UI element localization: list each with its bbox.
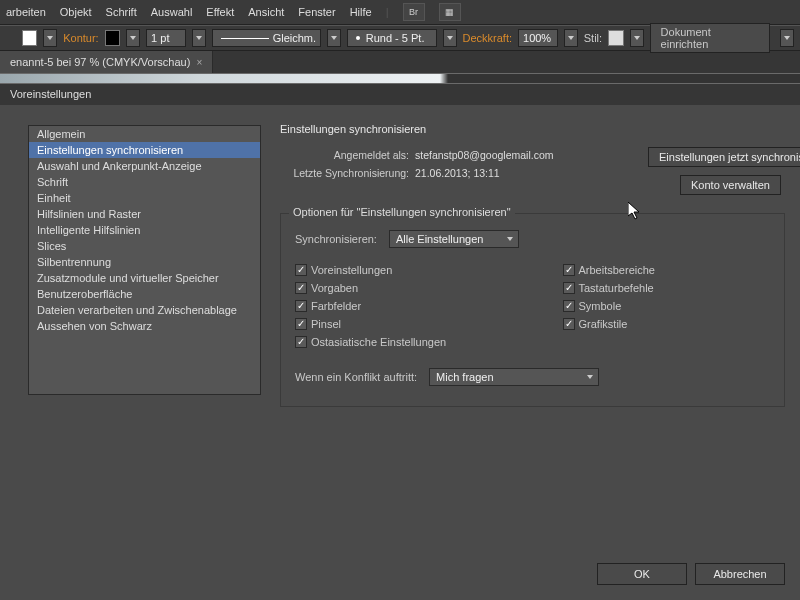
sync-choice-label: Synchronisieren: xyxy=(295,233,377,245)
sidebar-item[interactable]: Einheit xyxy=(29,190,260,206)
sidebar-item[interactable]: Dateien verarbeiten und Zwischenablage xyxy=(29,302,260,318)
checkbox-row: Symbole xyxy=(563,300,771,312)
doc-setup-dropdown[interactable] xyxy=(780,29,794,47)
sidebar-item[interactable]: Zusatzmodule und virtueller Speicher xyxy=(29,270,260,286)
stroke-dropdown[interactable] xyxy=(126,29,140,47)
style-dropdown[interactable] xyxy=(630,29,644,47)
stroke-swatch[interactable] xyxy=(105,30,121,46)
menu-item[interactable]: Ansicht xyxy=(248,6,284,18)
preferences-dialog: Voreinstellungen AllgemeinEinstellungen … xyxy=(0,83,800,600)
checkbox[interactable] xyxy=(563,282,575,294)
checkbox[interactable] xyxy=(295,318,307,330)
conflict-label: Wenn ein Konflikt auftritt: xyxy=(295,371,417,383)
checkbox-label: Pinsel xyxy=(311,318,341,330)
checkbox-label: Vorgaben xyxy=(311,282,358,294)
menu-item[interactable]: Schrift xyxy=(106,6,137,18)
checkbox[interactable] xyxy=(295,282,307,294)
stroke-weight[interactable]: 1 pt xyxy=(146,29,186,47)
sidebar-item[interactable]: Auswahl und Ankerpunkt-Anzeige xyxy=(29,158,260,174)
doc-tab[interactable]: enannt-5 bei 97 % (CMYK/Vorschau) × xyxy=(0,51,213,73)
fill-dropdown[interactable] xyxy=(43,29,57,47)
options-bar: Kontur: 1 pt Gleichm. Rund - 5 Pt. Deckk… xyxy=(0,25,800,51)
stroke-label: Kontur: xyxy=(63,32,98,44)
conflict-select[interactable]: Mich fragen xyxy=(429,368,599,386)
checkbox-label: Arbeitsbereiche xyxy=(579,264,655,276)
checkbox-row: Vorgaben xyxy=(295,282,503,294)
doc-tab-title: enannt-5 bei 97 % (CMYK/Vorschau) xyxy=(10,56,190,68)
checkbox-row: Farbfelder xyxy=(295,300,503,312)
sidebar-item[interactable]: Slices xyxy=(29,238,260,254)
ok-button[interactable]: OK xyxy=(597,563,687,585)
stroke-weight-dropdown[interactable] xyxy=(192,29,206,47)
checkbox[interactable] xyxy=(295,300,307,312)
checkbox[interactable] xyxy=(563,300,575,312)
menu-bar: arbeiten Objekt Schrift Auswahl Effekt A… xyxy=(0,0,800,25)
menu-item[interactable]: Hilfe xyxy=(350,6,372,18)
checkbox[interactable] xyxy=(295,264,307,276)
sidebar-item[interactable]: Einstellungen synchronisieren xyxy=(29,142,260,158)
group-legend: Optionen für "Einstellungen synchronisie… xyxy=(289,206,515,218)
checkbox-label: Tastaturbefehle xyxy=(579,282,654,294)
sync-choice-select[interactable]: Alle Einstellungen xyxy=(389,230,519,248)
dialog-title: Voreinstellungen xyxy=(0,83,800,105)
sidebar-item[interactable]: Intelligente Hilfslinien xyxy=(29,222,260,238)
menu-item[interactable]: Objekt xyxy=(60,6,92,18)
fill-swatch[interactable] xyxy=(22,30,38,46)
sync-options-group: Optionen für "Einstellungen synchronisie… xyxy=(280,213,785,407)
doc-tabs: enannt-5 bei 97 % (CMYK/Vorschau) × xyxy=(0,51,800,73)
stroke-profile[interactable]: Gleichm. xyxy=(212,29,321,47)
checkbox[interactable] xyxy=(563,264,575,276)
sidebar-item[interactable]: Aussehen von Schwarz xyxy=(29,318,260,334)
style-label: Stil: xyxy=(584,32,602,44)
checkbox-row: Tastaturbefehle xyxy=(563,282,771,294)
checkbox[interactable] xyxy=(295,336,307,348)
opacity-dropdown[interactable] xyxy=(564,29,578,47)
sidebar-item[interactable]: Benutzeroberfläche xyxy=(29,286,260,302)
opacity-label: Deckkraft: xyxy=(463,32,513,44)
checkbox-row: Ostasiatische Einstellungen xyxy=(295,336,503,348)
menu-item[interactable]: Auswahl xyxy=(151,6,193,18)
last-sync-value: 21.06.2013; 13:11 xyxy=(415,167,500,179)
sync-now-button[interactable]: Einstellungen jetzt synchronisieren xyxy=(648,147,800,167)
checkbox-label: Grafikstile xyxy=(579,318,628,330)
bridge-icon[interactable]: Br xyxy=(403,3,425,21)
sidebar-list: AllgemeinEinstellungen synchronisierenAu… xyxy=(28,125,261,395)
checkbox-row: Arbeitsbereiche xyxy=(563,264,771,276)
close-icon[interactable]: × xyxy=(196,57,202,68)
checkbox-label: Farbfelder xyxy=(311,300,361,312)
checkbox-row: Grafikstile xyxy=(563,318,771,330)
opacity-field[interactable]: 100% xyxy=(518,29,558,47)
signed-in-value: stefanstp08@googlemail.com xyxy=(415,149,553,161)
panel-title: Einstellungen synchronisieren xyxy=(280,123,785,135)
sidebar-item[interactable]: Schrift xyxy=(29,174,260,190)
checkbox-label: Symbole xyxy=(579,300,622,312)
checkbox-row: Pinsel xyxy=(295,318,503,330)
menu-item[interactable]: arbeiten xyxy=(6,6,46,18)
checkbox-label: Voreinstellungen xyxy=(311,264,392,276)
last-sync-label: Letzte Synchronisierung: xyxy=(280,167,415,179)
signed-in-label: Angemeldet als: xyxy=(280,149,415,161)
checkbox-label: Ostasiatische Einstellungen xyxy=(311,336,446,348)
sidebar-item[interactable]: Hilfslinien und Raster xyxy=(29,206,260,222)
brush-def-dropdown[interactable] xyxy=(443,29,457,47)
menu-item[interactable]: Effekt xyxy=(206,6,234,18)
sidebar-item[interactable]: Allgemein xyxy=(29,126,260,142)
checkbox[interactable] xyxy=(563,318,575,330)
cancel-button[interactable]: Abbrechen xyxy=(695,563,785,585)
doc-setup-button[interactable]: Dokument einrichten xyxy=(650,23,771,53)
stroke-profile-dropdown[interactable] xyxy=(327,29,341,47)
sidebar-item[interactable]: Silbentrennung xyxy=(29,254,260,270)
manage-account-button[interactable]: Konto verwalten xyxy=(680,175,781,195)
arrange-icon[interactable]: ▦ xyxy=(439,3,461,21)
menu-item[interactable]: Fenster xyxy=(298,6,335,18)
brush-def[interactable]: Rund - 5 Pt. xyxy=(347,29,437,47)
checkbox-row: Voreinstellungen xyxy=(295,264,503,276)
style-swatch[interactable] xyxy=(608,30,624,46)
